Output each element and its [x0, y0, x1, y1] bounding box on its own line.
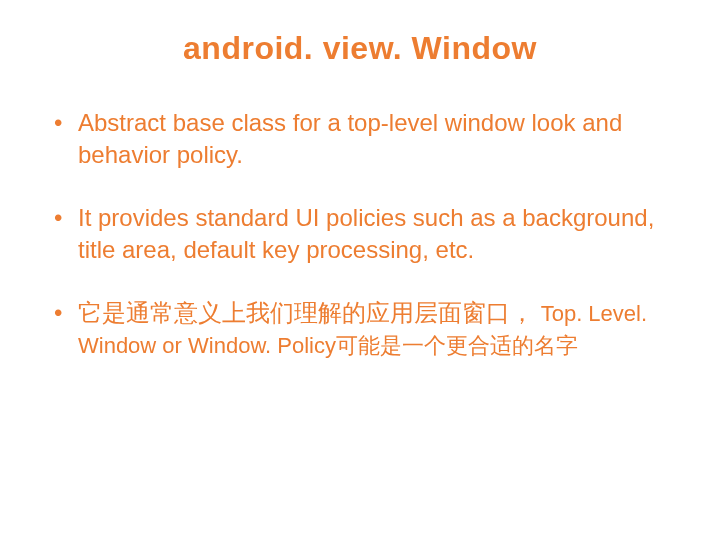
- bullet-text: Abstract base class for a top-level wind…: [78, 109, 622, 168]
- bullet-item: Abstract base class for a top-level wind…: [50, 107, 670, 172]
- bullet-text: 它是通常意义上我们理解的应用层面窗口，: [78, 299, 534, 326]
- slide-title: android. view. Window: [50, 30, 670, 67]
- bullet-item: It provides standard UI policies such as…: [50, 202, 670, 267]
- bullet-list: Abstract base class for a top-level wind…: [50, 107, 670, 361]
- bullet-item: 它是通常意义上我们理解的应用层面窗口， Top. Level. Window o…: [50, 297, 670, 362]
- bullet-text: It provides standard UI policies such as…: [78, 204, 654, 263]
